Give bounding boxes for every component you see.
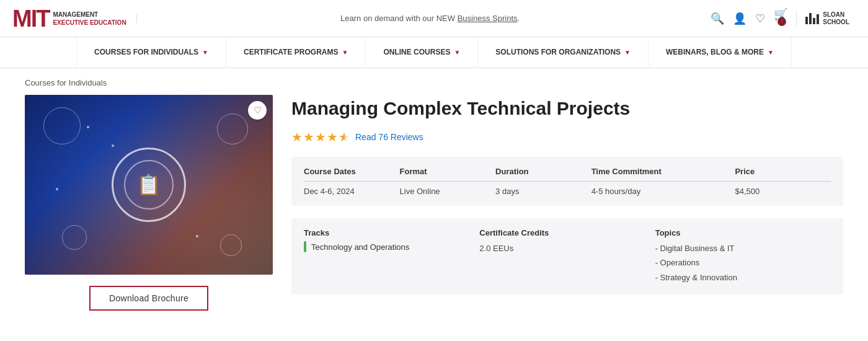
top-icons: 🔍 👤 ♡ 🛒 0 SLOAN SCHOOL bbox=[711, 7, 856, 30]
course-icon-inner: 📋 bbox=[124, 160, 174, 210]
sloan-bars bbox=[805, 13, 819, 24]
logo-area: MIT MANAGEMENT EXECUTIVE EDUCATION bbox=[12, 7, 136, 30]
track-value: Technology and Operations bbox=[311, 242, 409, 252]
logo-mit: MIT bbox=[12, 7, 49, 30]
nav-certificate-programs[interactable]: CERTIFICATE PROGRAMS ▼ bbox=[226, 37, 366, 68]
col-header-price-label: Price bbox=[735, 167, 755, 176]
col-header-duration: Duration bbox=[495, 167, 591, 176]
nav-webinars-blog[interactable]: WEBINARS, BLOG & MORE ▼ bbox=[649, 37, 792, 68]
col-value-duration: 3 days bbox=[495, 187, 591, 196]
sloan-line1: SLOAN bbox=[823, 11, 849, 19]
logo-exec: EXECUTIVE EDUCATION bbox=[53, 19, 126, 27]
banner-link[interactable]: Business Sprints bbox=[458, 14, 518, 23]
track-color-bar bbox=[304, 241, 306, 252]
breadcrumb: Courses for Individuals bbox=[25, 78, 843, 87]
nav-label-certificate-programs: CERTIFICATE PROGRAMS bbox=[244, 48, 338, 58]
topics-label: Topics bbox=[655, 228, 831, 237]
col-header-price: Price bbox=[735, 167, 831, 176]
nav-solutions-orgs[interactable]: SOLUTIONS FOR ORGANIZATIONS ▼ bbox=[478, 37, 649, 68]
tracks-col: Tracks Technology and Operations bbox=[304, 228, 479, 285]
col-value-format-text: Live Online bbox=[400, 187, 440, 196]
deco-circle-1 bbox=[43, 107, 81, 144]
credits-label: Certificate Credits bbox=[479, 228, 655, 237]
col-header-dates-label: Course Dates bbox=[304, 167, 356, 176]
sloan-logo: SLOAN SCHOOL bbox=[796, 11, 849, 26]
deco-circle-2 bbox=[62, 225, 87, 250]
chevron-down-icon-3: ▼ bbox=[454, 48, 460, 56]
wishlist-heart-button[interactable]: ♡ bbox=[248, 101, 267, 120]
half-star-fill: ★ bbox=[339, 130, 345, 144]
nav-label-solutions-orgs: SOLUTIONS FOR ORGANIZATIONS bbox=[495, 48, 621, 58]
nav-label-webinars-blog: WEBINARS, BLOG & MORE bbox=[666, 48, 764, 58]
extra-info: Tracks Technology and Operations Certifi… bbox=[291, 218, 843, 294]
col-value-dates: Dec 4-6, 2024 bbox=[304, 187, 400, 196]
course-table: Course Dates Format Duration Time Commit… bbox=[291, 157, 843, 206]
topics-col: Topics - Digital Business & IT - Operati… bbox=[655, 228, 831, 285]
top-bar: MIT MANAGEMENT EXECUTIVE EDUCATION Learn… bbox=[0, 0, 868, 37]
course-title: Managing Complex Technical Projects bbox=[291, 97, 843, 120]
col-value-time-text: 4-5 hours/day bbox=[591, 187, 641, 196]
course-details: Managing Complex Technical Projects ★★★★… bbox=[291, 95, 843, 311]
cart-icon[interactable]: 🛒 0 bbox=[774, 7, 787, 30]
nav-bar: COURSES FOR INDIVIDUALS ▼ CERTIFICATE PR… bbox=[0, 37, 868, 68]
nav-label-courses-individuals: COURSES FOR INDIVIDUALS bbox=[94, 48, 198, 58]
sloan-text: SLOAN SCHOOL bbox=[823, 11, 849, 26]
logo-management: MANAGEMENT bbox=[53, 11, 126, 19]
main-content: Courses for Individuals bbox=[0, 68, 868, 329]
search-icon[interactable]: 🔍 bbox=[711, 12, 724, 25]
nav-courses-individuals[interactable]: COURSES FOR INDIVIDUALS ▼ bbox=[76, 37, 226, 68]
deco-circle-3 bbox=[217, 113, 248, 144]
table-header-row: Course Dates Format Duration Time Commit… bbox=[304, 167, 831, 182]
col-header-format: Format bbox=[400, 167, 496, 176]
nav-label-online-courses: ONLINE COURSES bbox=[383, 48, 450, 58]
col-header-format-label: Format bbox=[400, 167, 427, 176]
course-image-area: 📋 ♡ Download Brochure bbox=[25, 95, 273, 311]
user-icon[interactable]: 👤 bbox=[733, 12, 746, 25]
sloan-bar-3 bbox=[813, 18, 815, 24]
chevron-down-icon-5: ▼ bbox=[768, 48, 774, 56]
read-reviews-link[interactable]: Read 76 Reviews bbox=[355, 132, 423, 142]
deco-dot-4 bbox=[56, 188, 58, 190]
credits-col: Certificate Credits 2.0 EEUs bbox=[479, 228, 655, 285]
star-rating: ★★★★★★ bbox=[291, 130, 350, 144]
col-header-time-label: Time Commitment bbox=[591, 167, 662, 176]
col-value-price-text: $4,500 bbox=[735, 187, 760, 196]
banner-suffix: . bbox=[518, 14, 520, 23]
sloan-line2: SCHOOL bbox=[823, 19, 849, 26]
download-btn-area: Download Brochure bbox=[25, 286, 273, 311]
col-header-dates: Course Dates bbox=[304, 167, 400, 176]
table-data-row: Dec 4-6, 2024 Live Online 3 days 4-5 hou… bbox=[304, 187, 831, 196]
deco-circle-4 bbox=[220, 234, 242, 256]
logo-text: MANAGEMENT EXECUTIVE EDUCATION bbox=[53, 11, 126, 27]
col-value-duration-text: 3 days bbox=[495, 187, 519, 196]
track-item: Technology and Operations bbox=[304, 241, 479, 252]
full-stars: ★★★★ bbox=[291, 130, 339, 144]
deco-dot-3 bbox=[196, 235, 198, 237]
download-brochure-button[interactable]: Download Brochure bbox=[89, 286, 208, 311]
col-value-price: $4,500 bbox=[735, 187, 831, 196]
nav-online-courses[interactable]: ONLINE COURSES ▼ bbox=[366, 37, 478, 68]
sloan-bar-1 bbox=[805, 17, 808, 24]
extra-row: Tracks Technology and Operations Certifi… bbox=[304, 228, 831, 285]
topic-item-1: - Digital Business & IT bbox=[655, 241, 831, 255]
chevron-down-icon-4: ▼ bbox=[624, 48, 631, 56]
half-star-container: ★★ bbox=[339, 130, 350, 144]
credits-value: 2.0 EEUs bbox=[479, 241, 655, 255]
col-header-duration-label: Duration bbox=[495, 167, 528, 176]
col-value-dates-text: Dec 4-6, 2024 bbox=[304, 187, 355, 196]
chevron-down-icon-2: ▼ bbox=[342, 48, 348, 56]
top-banner: Learn on demand with our NEW Business Sp… bbox=[136, 14, 711, 23]
chevron-down-icon-1: ▼ bbox=[202, 48, 208, 56]
wishlist-icon[interactable]: ♡ bbox=[755, 12, 765, 25]
document-icon: 📋 bbox=[136, 173, 161, 197]
sloan-bar-2 bbox=[809, 13, 812, 24]
col-value-format: Live Online bbox=[400, 187, 496, 196]
course-image: 📋 ♡ bbox=[25, 95, 273, 275]
topic-item-3: - Strategy & Innovation bbox=[655, 270, 831, 285]
course-icon-ring: 📋 bbox=[112, 148, 186, 222]
rating-row: ★★★★★★ Read 76 Reviews bbox=[291, 130, 843, 144]
topic-item-2: - Operations bbox=[655, 255, 831, 270]
sloan-bar-4 bbox=[817, 14, 819, 24]
col-header-time: Time Commitment bbox=[591, 167, 735, 176]
deco-dot-2 bbox=[112, 144, 114, 147]
